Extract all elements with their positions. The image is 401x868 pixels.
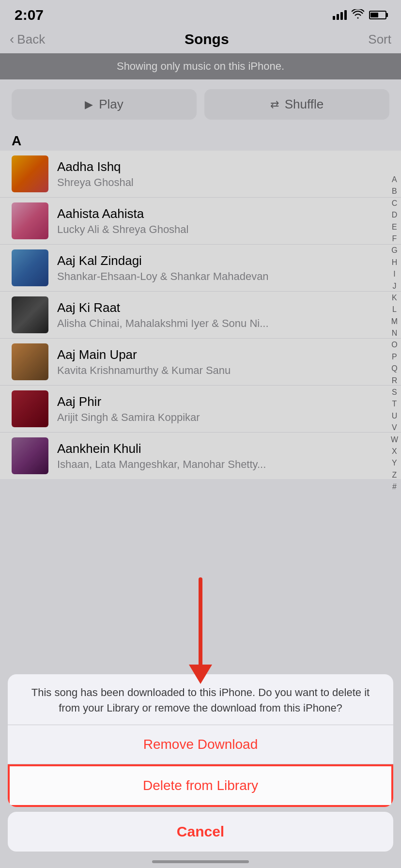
action-sheet-main: This song has been downloaded to this iP… <box>8 674 393 807</box>
action-sheet-message-text: This song has been downloaded to this iP… <box>31 686 370 714</box>
action-sheet-wrapper: This song has been downloaded to this iP… <box>0 668 401 868</box>
overlay: This song has been downloaded to this iP… <box>0 0 401 868</box>
action-sheet-cancel: Cancel <box>8 812 393 852</box>
cancel-button[interactable]: Cancel <box>8 812 393 852</box>
home-indicator <box>152 860 249 863</box>
remove-download-button[interactable]: Remove Download <box>8 725 393 764</box>
delete-from-library-button[interactable]: Delete from Library <box>8 764 393 807</box>
action-sheet-message: This song has been downloaded to this iP… <box>8 674 393 725</box>
